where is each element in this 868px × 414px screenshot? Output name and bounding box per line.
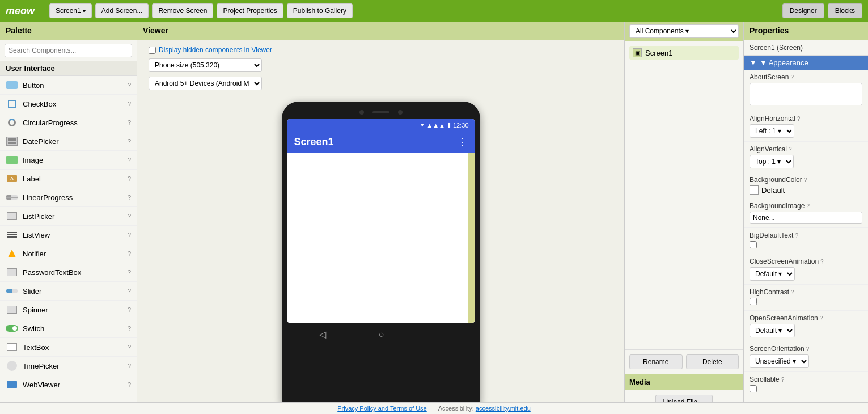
scrollable-checkbox[interactable] [750, 385, 757, 392]
palette-item-circularprogress[interactable]: CircularProgress ? [0, 113, 137, 132]
palette-item-notifier[interactable]: Notifier ? [0, 244, 137, 263]
palette-label-button: Button [23, 81, 123, 90]
openscreenanimation-help[interactable]: ? [820, 315, 823, 322]
closescreenanimation-help[interactable]: ? [820, 259, 824, 265]
backgroundimage-input[interactable] [750, 212, 862, 224]
scrollable-help[interactable]: ? [781, 377, 785, 383]
remove-screen-button[interactable]: Remove Screen [152, 3, 213, 18]
slider-help-icon[interactable]: ? [128, 288, 131, 294]
backgroundcolor-swatch[interactable] [750, 185, 759, 195]
aboutscreen-label: AboutScreen ? [750, 73, 862, 81]
palette-item-listpicker[interactable]: ListPicker ? [0, 207, 137, 226]
timepicker-help-icon[interactable]: ? [128, 362, 131, 369]
button-help-icon[interactable]: ? [128, 82, 131, 88]
highcontrast-help[interactable]: ? [791, 289, 794, 295]
checkbox-help-icon[interactable]: ? [128, 100, 131, 107]
highcontrast-checkbox[interactable] [750, 298, 757, 305]
palette-item-webviewer[interactable]: WebViewer ? [0, 375, 137, 394]
phone-app-bar: Screen1 ⋮ [287, 131, 475, 153]
designer-button[interactable]: Designer [782, 3, 824, 18]
palette-label-image: Image [23, 156, 123, 164]
appearance-collapse-icon[interactable]: ▼ [750, 58, 757, 67]
alignvertical-label: AlignVertical ? [750, 145, 862, 153]
add-screen-button[interactable]: Add Screen... [95, 3, 149, 18]
palette-item-button[interactable]: Button ? [0, 76, 137, 95]
bigdefaulttext-checkbox[interactable] [750, 241, 757, 248]
components-tree-screen1[interactable]: ▣ Screen1 [629, 46, 739, 60]
palette-section-header: User Interface [0, 61, 137, 76]
palette-item-switch[interactable]: Switch ? [0, 319, 137, 338]
prop-backgroundcolor: BackgroundColor ? Default [744, 172, 868, 198]
phone-content[interactable] [287, 153, 475, 323]
circular-icon [6, 116, 18, 129]
palette-item-datepicker[interactable]: DatePicker ? [0, 132, 137, 151]
backgroundimage-help[interactable]: ? [806, 203, 810, 209]
alignvertical-select[interactable]: Top : 1 ▾ [750, 155, 794, 168]
circularprogress-help-icon[interactable]: ? [128, 119, 131, 126]
properties-header: Properties [744, 22, 868, 40]
back-nav-button[interactable]: ◁ [319, 329, 326, 340]
screenorientation-help[interactable]: ? [806, 346, 810, 352]
closescreenanimation-select[interactable]: Default ▾ [750, 267, 795, 281]
label-help-icon[interactable]: ? [128, 175, 131, 182]
palette-item-image[interactable]: Image ? [0, 151, 137, 170]
palette-item-label[interactable]: Label ? [0, 170, 137, 188]
listpicker-help-icon[interactable]: ? [128, 213, 131, 219]
publish-gallery-button[interactable]: Publish to Gallery [287, 3, 353, 18]
image-help-icon[interactable]: ? [128, 157, 131, 163]
components-dropdown[interactable]: All Components ▾ [629, 24, 739, 38]
topbar: meow Screen1 ▾ Add Screen... Remove Scre… [0, 0, 868, 22]
webviewer-help-icon[interactable]: ? [128, 381, 131, 388]
recent-nav-button[interactable]: □ [437, 329, 442, 340]
project-properties-button[interactable]: Project Properties [217, 3, 283, 18]
aboutscreen-help[interactable]: ? [790, 74, 794, 81]
palette-item-spinner[interactable]: Spinner ? [0, 301, 137, 319]
datepicker-help-icon[interactable]: ? [128, 138, 131, 145]
datepicker-icon [6, 135, 18, 147]
palette-item-slider[interactable]: Slider ? [0, 282, 137, 301]
backgroundcolor-help[interactable]: ? [804, 177, 807, 183]
palette-item-passwordtextbox[interactable]: PasswordTextBox ? [0, 263, 137, 282]
prop-scrollable: Scrollable ? [744, 372, 868, 398]
palette-item-checkbox[interactable]: CheckBox ? [0, 95, 137, 113]
privacy-policy-link[interactable]: Privacy Policy and Terms of Use [337, 405, 427, 412]
listview-help-icon[interactable]: ? [128, 231, 131, 238]
palette-item-linearprogress[interactable]: LinearProgress ? [0, 188, 137, 207]
app-menu-icon[interactable]: ⋮ [458, 136, 468, 148]
palette-item-textbox[interactable]: TextBox ? [0, 338, 137, 357]
phone-mockup: ▾ ▲▲▲ ▮ 12:30 Screen1 ⋮ ◁ [282, 102, 480, 414]
viewer-header: Viewer [137, 22, 624, 40]
linearprogress-help-icon[interactable]: ? [128, 194, 131, 201]
alignvertical-help[interactable]: ? [789, 146, 792, 153]
hidden-components-toggle[interactable]: Display hidden components in Viewer [149, 46, 613, 54]
alignhorizontal-select[interactable]: Left : 1 ▾ [750, 124, 794, 138]
delete-button[interactable]: Delete [686, 354, 739, 369]
spinner-help-icon[interactable]: ? [128, 306, 131, 313]
home-nav-button[interactable]: ○ [379, 329, 384, 340]
status-icons: ▾ ▲▲▲ ▮ 12:30 [421, 121, 468, 129]
prop-alignhorizontal: AlignHorizontal ? Left : 1 ▾ [744, 111, 868, 142]
hidden-checkbox[interactable] [149, 47, 156, 54]
blocks-button[interactable]: Blocks [828, 3, 862, 18]
bigdefaulttext-help[interactable]: ? [795, 233, 798, 239]
passwordtextbox-help-icon[interactable]: ? [128, 269, 131, 276]
notifier-help-icon[interactable]: ? [128, 250, 131, 257]
palette-label-label: Label [23, 175, 123, 183]
search-input[interactable] [5, 44, 132, 57]
switch-help-icon[interactable]: ? [128, 325, 131, 332]
components-panel: All Components ▾ ▣ Screen1 Rename Delete… [624, 22, 743, 414]
rename-button[interactable]: Rename [629, 354, 683, 369]
screen-dropdown[interactable]: Screen1 ▾ [49, 3, 92, 18]
palette-item-timepicker[interactable]: TimePicker ? [0, 357, 137, 375]
alignhorizontal-help[interactable]: ? [797, 116, 801, 122]
palette-item-listview[interactable]: ListView ? [0, 226, 137, 244]
phone-speaker [372, 111, 389, 113]
screenorientation-select[interactable]: Unspecified ▾ [750, 354, 809, 368]
openscreenanimation-select[interactable]: Default ▾ [750, 324, 795, 337]
textbox-help-icon[interactable]: ? [128, 344, 131, 350]
phone-size-select[interactable]: Phone size (505,320) [149, 58, 262, 72]
accessibility-url[interactable]: accessibility.mit.edu [476, 405, 531, 412]
device-select[interactable]: Android 5+ Devices (Android Material) [149, 77, 262, 90]
phone-bottom-nav: ◁ ○ □ [287, 323, 475, 345]
aboutscreen-input[interactable] [750, 83, 862, 105]
